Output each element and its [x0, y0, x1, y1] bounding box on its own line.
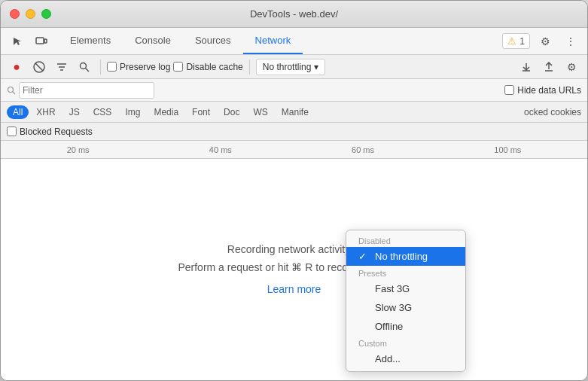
- filter-search-icon: [7, 86, 16, 95]
- svg-rect-1: [44, 39, 47, 43]
- dropdown-item-offline[interactable]: Offline: [346, 317, 465, 336]
- maximize-button[interactable]: [41, 9, 51, 19]
- dropdown-item-no-throttling[interactable]: ✓ No throttling: [346, 247, 465, 266]
- main-content: Recording network activity… Perform a re…: [1, 159, 587, 380]
- svg-point-7: [81, 62, 87, 69]
- throttle-button[interactable]: No throttling ▾: [256, 59, 325, 75]
- import-button[interactable]: [516, 57, 536, 77]
- cursor-icon[interactable]: [7, 31, 28, 52]
- type-btn-ws[interactable]: WS: [247, 105, 273, 119]
- dropdown-header-custom: Custom: [346, 336, 465, 349]
- preserve-log-checkbox[interactable]: [107, 62, 117, 72]
- svg-point-11: [8, 87, 14, 92]
- filter-input[interactable]: [19, 82, 154, 99]
- type-btn-xhr[interactable]: XHR: [30, 105, 61, 119]
- timeline-header: 20 ms 40 ms 60 ms 100 ms: [1, 141, 587, 159]
- filter-input-wrapper: [7, 82, 172, 99]
- svg-line-8: [86, 68, 90, 72]
- filter-icon[interactable]: [52, 57, 72, 77]
- separator-1: [100, 59, 101, 75]
- separator-2: [249, 59, 250, 75]
- tick-60ms: 60 ms: [352, 145, 374, 154]
- check-icon: ✓: [358, 251, 369, 262]
- svg-line-12: [13, 91, 16, 94]
- disable-cache-checkbox[interactable]: [173, 62, 183, 72]
- hide-data-urls-label[interactable]: Hide data URLs: [504, 85, 581, 96]
- close-button[interactable]: [10, 9, 20, 19]
- type-btn-css[interactable]: CSS: [87, 105, 118, 119]
- dropdown-item-slow-3g[interactable]: Slow 3G: [346, 298, 465, 317]
- toolbar: ● Preserve log Disa: [1, 55, 587, 79]
- settings-icon[interactable]: ⚙: [535, 31, 556, 52]
- type-btn-media[interactable]: Media: [148, 105, 184, 119]
- tabs-bar: Elements Console Sources Network ⚠ 1 ⚙ ⋮: [1, 28, 587, 55]
- type-filter-bar: All XHR JS CSS Img Media Font Doc WS Man…: [1, 102, 587, 123]
- type-btn-img[interactable]: Img: [119, 105, 146, 119]
- title-bar: DevTools - web.dev/: [1, 1, 587, 28]
- dropdown-header-presets: Presets: [346, 266, 465, 279]
- tab-icons: [7, 28, 52, 54]
- dropdown-header-disabled: Disabled: [346, 233, 465, 247]
- blocked-requests-bar: Blocked Requests: [1, 123, 587, 141]
- throttle-dropdown: Disabled ✓ No throttling Presets Fast 3G…: [346, 230, 466, 372]
- tabs-right: ⚠ 1 ⚙ ⋮: [502, 28, 581, 54]
- learn-more-link[interactable]: Learn more: [267, 283, 321, 295]
- window-title: DevTools - web.dev/: [250, 8, 338, 20]
- tick-100ms: 100 ms: [494, 145, 521, 154]
- tab-console[interactable]: Console: [123, 28, 183, 54]
- record-button[interactable]: ●: [7, 57, 26, 77]
- traffic-lights: [10, 9, 51, 19]
- tab-elements[interactable]: Elements: [58, 28, 123, 54]
- warning-icon: ⚠: [507, 35, 516, 47]
- search-icon[interactable]: [75, 57, 94, 77]
- disable-cache-label[interactable]: Disable cache: [173, 62, 242, 72]
- type-btn-js[interactable]: JS: [63, 105, 86, 119]
- dropdown-item-add[interactable]: Add...: [346, 349, 465, 368]
- svg-rect-0: [36, 38, 44, 44]
- tab-sources[interactable]: Sources: [183, 28, 243, 54]
- type-btn-doc[interactable]: Doc: [218, 105, 245, 119]
- tick-40ms: 40 ms: [209, 145, 232, 154]
- blocked-requests-checkbox[interactable]: [7, 126, 17, 136]
- more-icon[interactable]: ⋮: [560, 31, 581, 52]
- minimize-button[interactable]: [26, 9, 35, 19]
- export-button[interactable]: [539, 57, 559, 77]
- tick-20ms: 20 ms: [67, 145, 90, 154]
- clear-button[interactable]: [29, 57, 49, 77]
- type-btn-all[interactable]: All: [7, 105, 29, 119]
- filter-bar: Hide data URLs: [1, 79, 587, 102]
- preserve-log-label[interactable]: Preserve log: [107, 62, 170, 72]
- warning-count: 1: [519, 36, 525, 47]
- blocked-requests-label[interactable]: Blocked Requests: [7, 126, 93, 137]
- toolbar-settings-icon[interactable]: ⚙: [562, 57, 581, 77]
- type-btn-manifest[interactable]: Manife: [276, 105, 315, 119]
- svg-line-3: [35, 63, 43, 71]
- tab-network[interactable]: Network: [243, 28, 303, 54]
- warning-badge[interactable]: ⚠ 1: [502, 33, 530, 49]
- devtools-window: DevTools - web.dev/ Elements Console So: [0, 0, 588, 381]
- dropdown-item-fast-3g[interactable]: Fast 3G: [346, 279, 465, 298]
- type-btn-font[interactable]: Font: [186, 105, 216, 119]
- timeline-ticks: 20 ms 40 ms 60 ms 100 ms: [7, 145, 581, 154]
- device-icon[interactable]: [31, 31, 52, 52]
- blocked-cookies-text: ocked cookies: [524, 107, 581, 117]
- hide-data-urls-checkbox[interactable]: [504, 85, 514, 95]
